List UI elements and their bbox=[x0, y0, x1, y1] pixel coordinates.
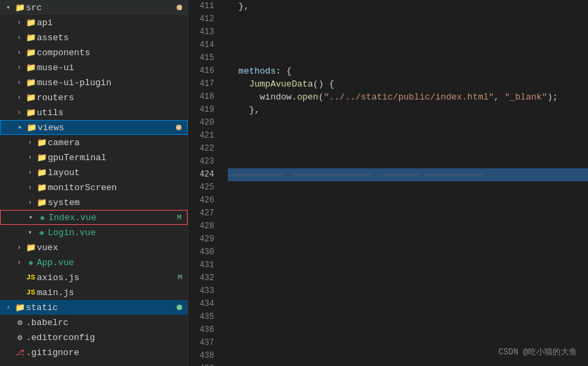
code-line-436 bbox=[228, 324, 588, 337]
line-number: 413 bbox=[188, 26, 214, 39]
sidebar-item-label: components bbox=[37, 48, 182, 58]
arrow-icon: › bbox=[14, 64, 25, 72]
sidebar-item-camera[interactable]: › 📁 camera bbox=[0, 135, 188, 150]
vue-icon: ◈ bbox=[25, 258, 37, 268]
sidebar-item-axios-js[interactable]: JS axios.js M bbox=[0, 270, 188, 285]
sidebar-item-label: .babelrc bbox=[26, 318, 182, 328]
arrow-icon: ▾ bbox=[3, 3, 14, 12]
line-number: 417 bbox=[188, 78, 214, 91]
sidebar-item-app-vue[interactable]: › ◈ App.vue bbox=[0, 255, 188, 270]
sidebar-item-views[interactable]: ▾ 📁 views bbox=[0, 120, 188, 135]
code-line-421 bbox=[228, 129, 588, 142]
line-number: 412 bbox=[188, 13, 214, 26]
line-number: 421 bbox=[188, 129, 214, 142]
line-number: 432 bbox=[188, 272, 214, 285]
sidebar-item-vuex[interactable]: › 📁 vuex bbox=[0, 240, 188, 255]
sidebar-item-muse-ui[interactable]: › 📁 muse-ui bbox=[0, 60, 188, 75]
js-icon: JS bbox=[25, 273, 37, 281]
code-line-430 bbox=[228, 246, 588, 259]
sidebar-item-label: Index.vue bbox=[48, 213, 174, 223]
sidebar-item-label: App.vue bbox=[37, 258, 182, 268]
sidebar-item-src[interactable]: ▾ 📁 src bbox=[0, 0, 188, 15]
arrow-icon: ▾ bbox=[14, 123, 25, 132]
sidebar-item-label: routers bbox=[37, 93, 182, 103]
sidebar-item-routers[interactable]: › 📁 routers bbox=[0, 90, 188, 105]
sidebar-item-label: src bbox=[26, 3, 174, 13]
sidebar-item-label: Login.vue bbox=[48, 228, 182, 238]
folder-icon: 📁 bbox=[25, 33, 37, 43]
line-number: 414 bbox=[188, 39, 214, 52]
sidebar-item-label: vuex bbox=[37, 243, 182, 253]
folder-icon: 📁 bbox=[35, 138, 48, 148]
code-line-439 bbox=[228, 363, 588, 366]
vue-icon: ◈ bbox=[36, 213, 48, 223]
code-line-425 bbox=[228, 181, 588, 194]
sidebar-item-gitignore[interactable]: ⎇ .gitignore bbox=[0, 345, 188, 360]
arrow-icon: › bbox=[25, 139, 35, 147]
code-line-418: window.open("../../static/public/index.h… bbox=[228, 91, 588, 104]
code-line-428 bbox=[228, 220, 588, 233]
sidebar-item-label: axios.js bbox=[37, 273, 175, 283]
folder-icon: 📁 bbox=[35, 153, 48, 163]
sidebar-item-layout[interactable]: › 📁 layout bbox=[0, 165, 188, 180]
line-number: 416 bbox=[188, 65, 214, 78]
arrow-icon: › bbox=[14, 79, 25, 87]
line-number: 438 bbox=[188, 350, 214, 363]
sidebar-item-babelrc[interactable]: ⚙ .babelrc bbox=[0, 315, 188, 330]
sidebar-item-utils[interactable]: › 📁 utils bbox=[0, 105, 188, 120]
modified-dot bbox=[176, 125, 181, 130]
line-number: 425 bbox=[188, 181, 214, 194]
arrow-icon: ▾ bbox=[25, 228, 35, 237]
sidebar-item-index-vue[interactable]: ▾ ◈ Index.vue M bbox=[0, 210, 188, 225]
folder-icon: 📁 bbox=[25, 48, 37, 58]
arrow-icon: › bbox=[14, 259, 25, 266]
line-number: 426 bbox=[188, 194, 214, 207]
sidebar-item-label: utils bbox=[37, 108, 182, 118]
modified-dot bbox=[177, 5, 182, 10]
sidebar-item-label: monitorScreen bbox=[48, 183, 182, 193]
sidebar-item-muse-ui-plugin[interactable]: › 📁 muse-ui-plugin bbox=[0, 75, 188, 90]
arrow-icon: › bbox=[14, 244, 25, 251]
line-number: 424 bbox=[188, 168, 214, 181]
code-line-413 bbox=[228, 26, 588, 39]
sidebar-item-gpuTerminal[interactable]: › 📁 gpuTerminal bbox=[0, 150, 188, 165]
sidebar-item-assets[interactable]: › 📁 assets bbox=[0, 30, 188, 45]
arrow-icon: ▾ bbox=[25, 213, 36, 222]
sidebar-item-editorconfig[interactable]: ⚙ .editorconfig bbox=[0, 330, 188, 345]
sidebar-item-label: muse-ui bbox=[37, 63, 182, 73]
vue-icon: ◈ bbox=[35, 228, 48, 238]
arrow-icon: › bbox=[25, 169, 35, 177]
folder-icon: 📁 bbox=[25, 123, 38, 133]
sidebar-item-label: assets bbox=[37, 33, 182, 43]
line-number: 435 bbox=[188, 311, 214, 324]
line-number: 437 bbox=[188, 337, 214, 350]
folder-icon: 📁 bbox=[35, 198, 48, 208]
code-line-433 bbox=[228, 285, 588, 298]
arrow-icon: › bbox=[25, 199, 35, 207]
sidebar-item-static[interactable]: › 📁 static bbox=[0, 300, 188, 315]
code-line-435 bbox=[228, 311, 588, 324]
sidebar-item-api[interactable]: › 📁 api bbox=[0, 15, 188, 30]
line-number: 430 bbox=[188, 246, 214, 259]
arrow-icon: › bbox=[14, 109, 25, 117]
folder-icon: 📁 bbox=[35, 183, 48, 193]
sidebar-item-components[interactable]: › 📁 components bbox=[0, 45, 188, 60]
sidebar-item-label: layout bbox=[48, 168, 182, 178]
config-icon: ⚙ bbox=[14, 333, 26, 343]
code-line-420 bbox=[228, 117, 588, 129]
code-line-432 bbox=[228, 272, 588, 285]
sidebar-item-monitorScreen[interactable]: › 📁 monitorScreen bbox=[0, 180, 188, 195]
code-content[interactable]: }, methods: { JumpAvueData() { window.op… bbox=[222, 0, 588, 366]
line-number: 429 bbox=[188, 233, 214, 246]
sidebar-item-main-js[interactable]: JS main.js bbox=[0, 285, 188, 300]
folder-icon: 📁 bbox=[35, 168, 48, 178]
code-line-422 bbox=[228, 142, 588, 155]
folder-icon: 📁 bbox=[25, 63, 37, 73]
line-number: 434 bbox=[188, 298, 214, 311]
sidebar-item-login-vue[interactable]: ▾ ◈ Login.vue bbox=[0, 225, 188, 240]
sidebar-item-system[interactable]: › 📁 system bbox=[0, 195, 188, 210]
folder-icon: 📁 bbox=[14, 3, 26, 13]
line-number: 415 bbox=[188, 52, 214, 65]
arrow-icon: › bbox=[3, 304, 14, 311]
arrow-icon: › bbox=[14, 94, 25, 102]
